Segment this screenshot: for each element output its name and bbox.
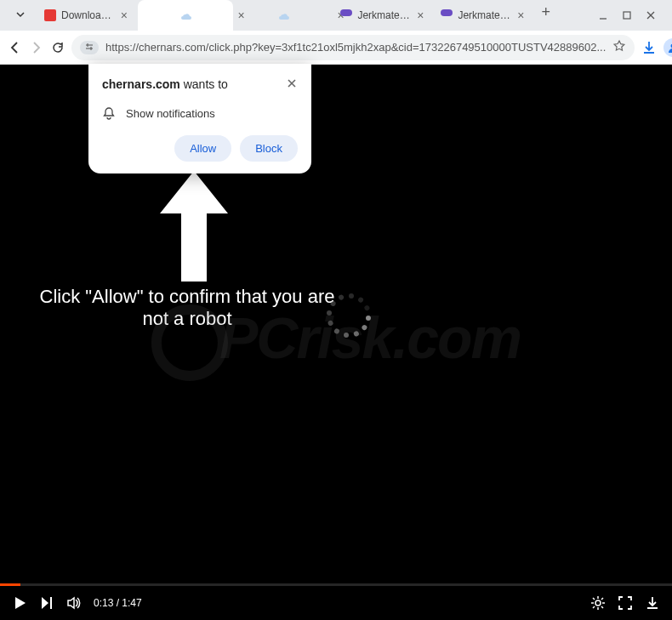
favicon-icon bbox=[242, 0, 326, 31]
reload-icon bbox=[51, 41, 65, 54]
favicon-icon bbox=[44, 9, 56, 21]
tab-1[interactable]: Click Allow × bbox=[138, 0, 233, 31]
download-icon bbox=[645, 595, 660, 611]
tab-close-button[interactable]: × bbox=[119, 9, 129, 22]
video-controls: 0:13 / 1:47 bbox=[0, 586, 672, 620]
loading-spinner-icon bbox=[327, 294, 370, 337]
permission-close-button[interactable] bbox=[286, 77, 298, 93]
next-icon bbox=[39, 595, 54, 611]
svg-rect-0 bbox=[624, 12, 630, 19]
volume-icon bbox=[66, 595, 82, 611]
tab-4[interactable]: Jerkmate | N × bbox=[434, 0, 532, 31]
reload-button[interactable] bbox=[51, 36, 65, 60]
notification-permission-prompt: chernars.com wants to Show notifications… bbox=[88, 64, 311, 173]
url-text: https://chernars.com/click.php?key=3xf1t… bbox=[105, 41, 606, 54]
avatar-icon bbox=[663, 38, 672, 57]
settings-button[interactable] bbox=[590, 595, 606, 611]
tab-title: Jerkmate | N bbox=[458, 9, 510, 21]
address-bar: https://chernars.com/click.php?key=3xf1t… bbox=[0, 31, 672, 65]
block-button[interactable]: Block bbox=[240, 135, 298, 162]
favicon-icon bbox=[340, 9, 352, 21]
new-tab-button[interactable]: + bbox=[534, 0, 557, 31]
download-icon bbox=[641, 40, 657, 55]
tab-close-button[interactable]: × bbox=[415, 9, 425, 22]
tune-icon bbox=[85, 43, 94, 51]
back-button[interactable] bbox=[7, 36, 22, 60]
volume-button[interactable] bbox=[66, 595, 82, 611]
arrow-right-icon bbox=[29, 40, 44, 55]
close-icon bbox=[646, 10, 656, 20]
video-time-display: 0:13 / 1:47 bbox=[94, 597, 142, 609]
close-icon bbox=[286, 77, 298, 89]
tab-title: Jerkmate | N bbox=[357, 9, 410, 21]
site-info-button[interactable] bbox=[80, 41, 99, 54]
tab-strip: Download R × Click Allow × Click &quot ×… bbox=[37, 0, 585, 31]
svg-point-5 bbox=[595, 600, 601, 606]
tab-title: Download R bbox=[61, 9, 114, 21]
permission-label: Show notifications bbox=[126, 107, 215, 120]
tab-2[interactable]: Click &quot × bbox=[235, 0, 333, 31]
bell-icon bbox=[102, 106, 116, 120]
minimize-icon bbox=[598, 10, 608, 20]
arrow-up-icon bbox=[151, 167, 236, 294]
maximize-icon bbox=[622, 10, 632, 20]
page-content: chernars.com wants to Show notifications… bbox=[0, 65, 672, 620]
next-button[interactable] bbox=[39, 595, 54, 611]
play-button[interactable] bbox=[12, 595, 27, 611]
tab-0[interactable]: Download R × bbox=[37, 0, 136, 31]
play-icon bbox=[12, 595, 27, 611]
chevron-down-icon bbox=[15, 9, 26, 20]
allow-button[interactable]: Allow bbox=[174, 135, 231, 162]
tab-search-button[interactable] bbox=[10, 3, 31, 28]
maximize-button[interactable] bbox=[621, 9, 633, 21]
bookmark-button[interactable] bbox=[612, 39, 626, 55]
download-video-button[interactable] bbox=[645, 595, 660, 611]
profile-button[interactable] bbox=[663, 36, 672, 60]
browser-window: Download R × Click Allow × Click &quot ×… bbox=[0, 0, 672, 620]
tab-close-button[interactable]: × bbox=[515, 9, 526, 22]
fullscreen-button[interactable] bbox=[618, 595, 633, 611]
gear-icon bbox=[590, 595, 606, 611]
fullscreen-icon bbox=[618, 595, 633, 611]
permission-row: Show notifications bbox=[102, 106, 298, 120]
url-input[interactable]: https://chernars.com/click.php?key=3xf1t… bbox=[71, 35, 635, 60]
window-controls bbox=[585, 9, 669, 21]
arrow-left-icon bbox=[7, 40, 22, 55]
permission-origin: chernars.com wants to bbox=[102, 77, 228, 91]
tab-3[interactable]: Jerkmate | N × bbox=[333, 0, 432, 31]
favicon-icon bbox=[145, 0, 226, 31]
favicon-icon bbox=[441, 9, 453, 21]
star-icon bbox=[612, 39, 626, 53]
minimize-button[interactable] bbox=[597, 9, 609, 21]
downloads-button[interactable] bbox=[641, 36, 657, 60]
titlebar: Download R × Click Allow × Click &quot ×… bbox=[0, 0, 672, 31]
close-window-button[interactable] bbox=[645, 9, 657, 21]
forward-button[interactable] bbox=[29, 36, 44, 60]
